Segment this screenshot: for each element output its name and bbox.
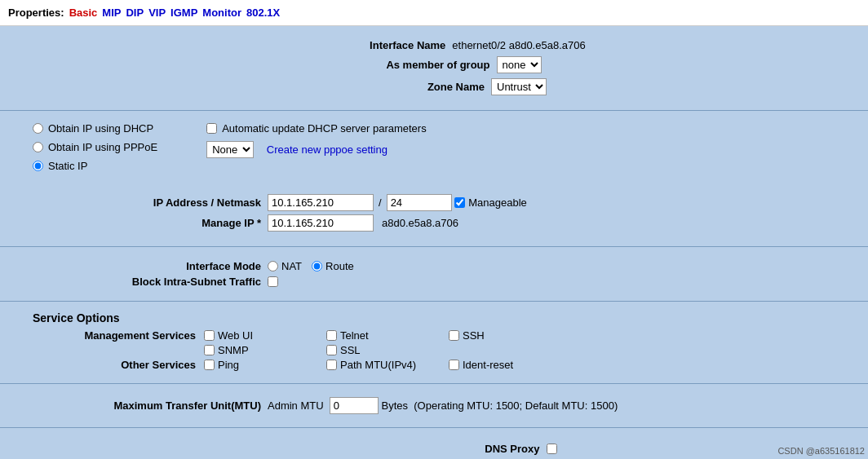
ip-address-section: IP Address / Netmask / Manageable Manage… [0,188,868,241]
create-pppoe-link[interactable]: Create new pppoe setting [267,143,388,156]
route-mode-label: Route [326,260,354,272]
nat-mode-label: NAT [281,260,302,272]
tab-basic[interactable]: Basic [69,7,98,19]
pppoe-profile-select[interactable]: None [206,141,254,158]
webui-item: Web UI [204,329,302,342]
mtu-note: (Operating MTU: 1500; Default MTU: 1500) [414,399,618,412]
interface-mode-section: Interface Mode NAT Route Block Intra-Sub… [0,252,868,296]
pppoe-radio[interactable] [33,142,43,152]
webui-checkbox[interactable] [204,330,215,341]
auto-update-row: Automatic update DHCP server parameters [206,122,426,135]
auto-update-label: Automatic update DHCP server parameters [222,122,426,135]
dns-proxy-section: DNS Proxy [0,433,868,459]
service-options-header: Service Options [33,311,835,324]
ip-mode-options: Automatic update DHCP server parameters … [206,122,426,181]
auto-update-checkbox[interactable] [206,123,217,134]
properties-label: Properties: [8,7,64,19]
mtu-row: Maximum Transfer Unit(MTU) Admin MTU Byt… [33,397,835,414]
telnet-label: Telnet [340,329,369,342]
other-services-label: Other Services [33,359,196,371]
ping-label: Ping [218,359,239,371]
block-intra-checkbox[interactable] [268,276,278,287]
webui-label: Web UI [218,329,253,342]
dhcp-radio[interactable] [33,123,43,134]
manage-ip-row: Manage IP * a8d0.e5a8.a706 [33,214,835,232]
ip-address-label: IP Address / Netmask [33,196,261,209]
properties-bar: Properties: Basic MIP DIP VIP IGMP Monit… [0,0,868,26]
ssh-label: SSH [463,329,485,342]
other-items: Ping Path MTU(IPv4) Ident-reset [204,359,547,371]
ident-reset-label: Ident-reset [463,359,513,371]
bytes-label: Bytes [381,399,408,412]
manage-ip-input[interactable] [268,214,374,232]
snmp-item: SNMP [204,344,302,356]
ssh-item: SSH [449,329,547,342]
ssl-item: SSL [326,344,424,356]
mgmt-services-row2: SNMP SSL [33,344,835,356]
dns-proxy-label: DNS Proxy [312,443,540,455]
tab-8021x[interactable]: 802.1X [246,7,280,19]
path-mtu-label: Path MTU(IPv4) [340,359,416,371]
path-mtu-item: Path MTU(IPv4) [326,359,424,371]
static-label: Static IP [48,160,87,172]
group-label: As member of group [327,59,490,71]
manageable-checkbox[interactable] [454,197,465,208]
snmp-checkbox[interactable] [204,345,215,355]
ip-mode-section: Obtain IP using DHCP Obtain IP using PPP… [0,116,868,188]
ip-mode-radios: Obtain IP using DHCP Obtain IP using PPP… [33,122,157,181]
block-intra-row: Block Intra-Subnet Traffic [33,276,835,288]
path-mtu-checkbox[interactable] [326,360,337,370]
ping-item: Ping [204,359,302,371]
static-row: Static IP [33,160,157,172]
slash-separator: / [379,196,382,209]
tab-monitor[interactable]: Monitor [202,7,241,19]
tab-mip[interactable]: MIP [102,7,121,19]
ssl-checkbox[interactable] [326,345,337,355]
zone-select[interactable]: Untrust Trust DMZ [491,78,547,95]
interface-mode-row: Interface Mode NAT Route [33,260,835,272]
pppoe-select-row: None Create new pppoe setting [206,141,426,158]
zone-label: Zone Name [321,81,485,93]
ident-reset-item: Ident-reset [449,359,547,371]
mtu-section: Maximum Transfer Unit(MTU) Admin MTU Byt… [0,389,868,422]
block-intra-label: Block Intra-Subnet Traffic [33,276,261,288]
admin-mtu-label: Admin MTU [268,399,324,412]
ping-checkbox[interactable] [204,360,215,370]
dns-row: DNS Proxy [33,443,835,455]
mgmt-services-row1: Management Services Web UI Telnet SSH [33,329,835,342]
dhcp-label: Obtain IP using DHCP [48,122,153,135]
snmp-label: SNMP [218,344,249,356]
mtu-label: Maximum Transfer Unit(MTU) [33,399,261,412]
interface-name-value: ethernet0/2 a8d0.e5a8.a706 [452,39,585,51]
pppoe-label: Obtain IP using PPPoE [48,141,157,153]
mgmt-items-row2: SNMP SSL [204,344,424,356]
interface-name-row: Interface Name ethernet0/2 a8d0.e5a8.a70… [33,39,835,51]
group-select[interactable]: none [497,56,542,73]
management-services-label: Management Services [33,329,196,342]
group-row: As member of group none [33,56,835,73]
tab-vip[interactable]: VIP [148,7,166,19]
ssh-checkbox[interactable] [449,330,459,341]
manageable-label: Manageable [468,196,527,209]
interface-mode-label: Interface Mode [33,260,261,272]
watermark: CSDN @a635161812 [777,446,865,456]
other-services-row: Other Services Ping Path MTU(IPv4) Ident… [33,359,835,371]
ident-reset-checkbox[interactable] [449,360,459,370]
static-radio[interactable] [33,161,43,171]
mtu-input[interactable] [330,397,379,414]
top-section: Interface Name ethernet0/2 a8d0.e5a8.a70… [0,26,868,105]
dns-proxy-checkbox[interactable] [547,444,557,454]
netmask-input[interactable] [387,194,452,211]
service-options-section: Service Options Management Services Web … [0,307,868,378]
telnet-checkbox[interactable] [326,330,337,341]
tab-igmp[interactable]: IGMP [170,7,197,19]
telnet-item: Telnet [326,329,424,342]
dhcp-row: Obtain IP using DHCP [33,122,157,135]
mgmt-items-row1: Web UI Telnet SSH [204,329,547,342]
tab-dip[interactable]: DIP [126,7,144,19]
manage-ip-extra: a8d0.e5a8.a706 [382,217,458,229]
ip-address-row: IP Address / Netmask / Manageable [33,194,835,211]
nat-mode-radio[interactable] [268,261,278,271]
route-mode-radio[interactable] [312,261,322,271]
ip-address-input[interactable] [268,194,374,211]
